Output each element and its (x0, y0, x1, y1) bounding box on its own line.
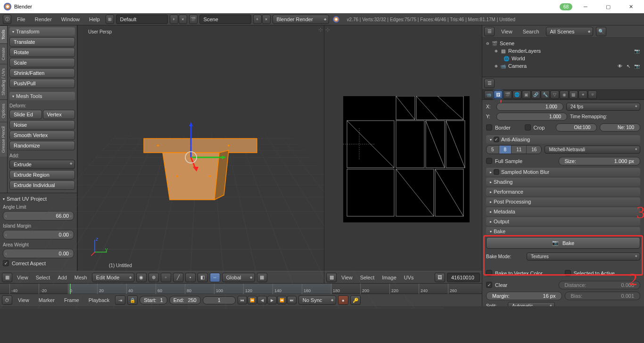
sync-dropdown[interactable]: No Sync (298, 295, 336, 305)
aa-samples-segmented[interactable]: 5 8 11 16 (486, 145, 542, 154)
bake-to-vertex-checkbox[interactable]: Bake to Vertex Color (486, 270, 562, 276)
smooth-vertex-button[interactable]: Smooth Vertex (9, 131, 75, 140)
rotate-button[interactable]: Rotate (9, 48, 75, 57)
tab-texture-icon[interactable]: ▩ (569, 90, 578, 99)
scale-button[interactable]: Scale (9, 58, 75, 67)
tab-create[interactable]: Create (0, 43, 7, 64)
outliner-search-label[interactable]: Search (519, 27, 543, 36)
menu-file[interactable]: File (13, 15, 29, 24)
old-field[interactable]: Old:100 (556, 123, 596, 131)
bake-mode-dropdown[interactable]: Textures (527, 253, 640, 261)
tab-physics-icon[interactable]: ⚛ (588, 90, 597, 99)
tab-render-icon[interactable]: 📹 (484, 90, 493, 99)
bake-button[interactable]: 📷Bake (486, 237, 640, 249)
tab-options[interactable]: Options (0, 99, 7, 122)
slide-edge-button[interactable]: Slide Ed (9, 110, 42, 119)
border-checkbox[interactable]: Border (486, 124, 522, 131)
aa-panel-header[interactable]: ✓ Anti-Aliasing (486, 135, 640, 144)
outliner-filter-dropdown[interactable]: All Scenes (546, 27, 593, 36)
outliner-menu-view[interactable]: View (497, 27, 516, 36)
properties-body[interactable]: X: 1.000 24 fps Y: 1.000 Time Remapping:… (482, 100, 644, 306)
split-handle-icon[interactable]: ⊹ (325, 26, 330, 33)
layout-remove-button[interactable]: × (179, 15, 187, 24)
tab-world-icon[interactable]: 🌐 (512, 90, 521, 99)
noise-button[interactable]: Noise (9, 120, 75, 130)
panel-motion-blur[interactable]: Sampled Motion Blur (486, 168, 640, 176)
full-sample-checkbox[interactable]: Full Sample (486, 158, 556, 164)
tab-constraints-icon[interactable]: 🔗 (531, 90, 540, 99)
layout-browse-icon[interactable]: ⊞ (106, 15, 114, 24)
render-engine-dropdown[interactable]: Blender Render (272, 15, 329, 24)
dim-y-field[interactable]: 1.000 (496, 113, 567, 121)
viewport-uv[interactable]: ⊹ (324, 25, 482, 271)
editor-properties-icon[interactable]: ☰ (484, 79, 495, 88)
tab-particles-icon[interactable]: ✦ (578, 90, 587, 99)
timeline-ruler[interactable]: -40-200204060801001201401601802002202402… (0, 284, 482, 294)
canvas-3d[interactable]: User Persp ⊹ (83, 25, 324, 271)
tree-row-camera[interactable]: ⊕📹Camera👁↖📷 (486, 62, 640, 70)
randomize-button[interactable]: Randomize (9, 141, 75, 150)
new-field[interactable]: Ne: 100 (600, 123, 640, 131)
uv-frame-field[interactable]: 41610010 (447, 273, 480, 282)
tree-row-renderlayers[interactable]: ⊕▤RenderLayers📷 (486, 47, 640, 55)
tab-modifiers-icon[interactable]: 🔧 (541, 90, 550, 99)
split-handle-icon[interactable]: ⊹ (318, 26, 323, 33)
extrude-region-button[interactable]: Extrude Region (9, 170, 75, 180)
tab-render-layers-icon[interactable]: 🖼 (494, 90, 503, 99)
clear-checkbox[interactable]: ✓Clear (486, 282, 556, 288)
slide-vertex-button[interactable]: Vertex (43, 110, 75, 119)
tab-shading-uvs[interactable]: Shading / UVs (0, 64, 7, 99)
panel-shading[interactable]: Shading (486, 178, 640, 186)
tab-object-icon[interactable]: ▣ (522, 90, 531, 99)
menu-render[interactable]: Render (31, 15, 56, 24)
panel-performance[interactable]: Performance (486, 188, 640, 196)
menu-help[interactable]: Help (85, 15, 104, 24)
uv-canvas[interactable] (343, 96, 470, 222)
outliner-search-icon[interactable]: 🔍 (596, 27, 606, 36)
editor-type-icon[interactable]: ⓘ (3, 15, 11, 24)
push-pull-button[interactable]: Push/Pull (9, 79, 75, 88)
editor-outliner-icon[interactable]: ☰ (484, 27, 495, 36)
tab-material-icon[interactable]: ◉ (560, 90, 569, 99)
panel-post-processing[interactable]: Post Processing (486, 197, 640, 206)
viewport-3d[interactable]: Tools Create Shading / UVs Options Greas… (0, 25, 324, 271)
fps-dropdown[interactable]: 24 fps (566, 103, 640, 111)
extrude-dropdown[interactable]: Extrude (9, 160, 75, 169)
bake-panel-header[interactable]: Bake (486, 227, 640, 236)
mode-dropdown[interactable]: Edit Mode (92, 273, 134, 282)
scene-browse-icon[interactable]: 🎬 (189, 15, 198, 24)
panel-metadata[interactable]: Metadata (486, 207, 640, 216)
tab-data-icon[interactable]: ▽ (550, 90, 559, 99)
layout-add-button[interactable]: + (170, 15, 178, 24)
margin-field[interactable]: Margin:16 px (486, 292, 562, 300)
mesh-tools-header[interactable]: Mesh Tools (9, 92, 75, 100)
tab-tools[interactable]: Tools (0, 25, 7, 43)
extrude-individual-button[interactable]: Extrude Individual (9, 180, 75, 190)
uv-image-icon[interactable]: 🖼 (435, 273, 445, 282)
maximize-button[interactable]: ▢ (599, 0, 618, 13)
tab-scene-icon[interactable]: 🎬 (503, 90, 512, 99)
scene-add-button[interactable]: + (253, 15, 262, 24)
aa-size-field[interactable]: Size:1.000 px (559, 157, 641, 165)
transform-gizmo-icon[interactable] (177, 120, 233, 176)
tree-row-world[interactable]: 🌐World (486, 55, 640, 62)
outliner-tree[interactable]: ⊖🎬Scene ⊕▤RenderLayers📷 🌐World ⊕📹Camera👁… (482, 38, 644, 77)
close-button[interactable]: ✕ (621, 0, 640, 13)
panel-output[interactable]: Output (486, 217, 640, 226)
split-dropdown[interactable]: Automatic (508, 302, 555, 306)
shrink-fatten-button[interactable]: Shrink/Fatten (9, 68, 75, 78)
menu-window[interactable]: Window (58, 15, 83, 24)
transform-panel-header[interactable]: Transform (9, 27, 75, 36)
tree-row-scene[interactable]: ⊖🎬Scene (486, 40, 640, 47)
dim-x-field[interactable]: 1.000 (496, 103, 563, 111)
minimize-button[interactable]: ─ (576, 0, 595, 13)
aa-filter-dropdown[interactable]: Mitchell-Netravali (545, 146, 640, 154)
scene-remove-button[interactable]: × (262, 15, 271, 24)
translate-button[interactable]: Translate (9, 37, 75, 47)
tab-grease-pencil[interactable]: Grease Pencil (0, 122, 7, 157)
layout-field[interactable]: Default (116, 15, 168, 24)
selected-to-active-checkbox[interactable]: Selected to Active (565, 270, 641, 276)
scene-field[interactable]: Scene (199, 15, 251, 24)
orientation-dropdown[interactable]: Global (222, 273, 255, 282)
crop-checkbox[interactable]: Crop (525, 124, 553, 131)
